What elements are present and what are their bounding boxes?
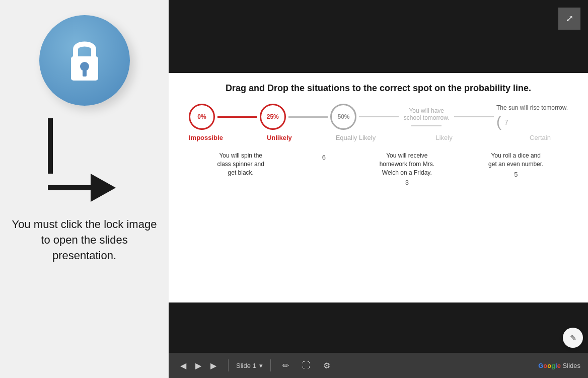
label-likely: Likely — [419, 134, 469, 141]
slide-dropdown[interactable]: ▾ — [259, 362, 263, 369]
next-button[interactable]: ▶ — [206, 358, 220, 373]
slide-top-black: ⤢ — [169, 0, 588, 73]
circle-0-value: 0% — [189, 104, 215, 130]
circle-50-value: 50% — [330, 104, 356, 130]
certain-situation-text: The sun will rise tomorrow. — [496, 104, 568, 111]
label-unlikely: Unlikely — [266, 134, 292, 141]
situation-2-text: You will receive homework from Mrs. Welc… — [379, 152, 434, 177]
number-7: 7 — [504, 118, 508, 126]
line-50-likely — [359, 116, 399, 117]
settings-button[interactable]: ⚙ — [319, 358, 334, 373]
google-slides-logo: Google Slides — [538, 362, 580, 369]
number-6: 6 — [322, 154, 326, 161]
likely-situation-text: You will have school tomorrow. — [401, 107, 452, 121]
circle-25: 25% — [260, 104, 286, 130]
label-impossible: Impossible — [189, 134, 223, 141]
pen-button[interactable]: ✏ — [278, 358, 293, 373]
prev-button[interactable]: ◀ — [176, 358, 190, 373]
slide-content: Drag and Drop the situations to the corr… — [169, 73, 588, 303]
slide-label: Slide 1 — [236, 362, 256, 369]
right-panel: ⤢ Drag and Drop the situations to the co… — [169, 0, 588, 378]
circle-0: 0% — [189, 104, 215, 130]
lock-icon — [62, 35, 107, 86]
situations-row: You will spin the class spinner and get … — [184, 152, 573, 186]
edit-fab-button[interactable]: ✎ — [563, 328, 583, 348]
certain-area: The sun will rise tomorrow. ( 7 — [496, 104, 568, 129]
expand-button[interactable]: ⤢ — [558, 8, 580, 30]
number-3: 3 — [405, 179, 409, 186]
situation-num-6: 6 — [322, 152, 326, 161]
likely-area: You will have school tomorrow. — [401, 107, 452, 126]
instruction-text: You must click the lock image to open th… — [0, 217, 169, 263]
situation-1: You will spin the class spinner and get … — [213, 152, 268, 177]
toolbar-right: Google Slides — [538, 362, 580, 369]
play-button[interactable]: ▶ — [191, 358, 205, 373]
toolbar-divider-2 — [270, 359, 271, 371]
left-panel: You must click the lock image to open th… — [0, 0, 169, 378]
situation-3: You roll a dice and get an even number. … — [488, 152, 544, 178]
line-0-25 — [217, 116, 257, 118]
lock-image[interactable] — [39, 15, 130, 106]
arrow-indicator — [48, 118, 116, 202]
probability-line: 0% 25% 50% You will have school tomorrow… — [184, 104, 573, 130]
circle-50: 50% — [330, 104, 356, 130]
line-likely-certain — [454, 116, 494, 117]
slide-title: Drag and Drop the situations to the corr… — [184, 83, 573, 94]
nav-buttons: ◀ ▶ ▶ — [176, 358, 220, 373]
fullscreen-button[interactable]: ⛶ — [298, 358, 314, 372]
toolbar-divider-1 — [228, 359, 229, 371]
line-25-50 — [288, 116, 328, 118]
circle-25-value: 25% — [260, 104, 286, 130]
label-certain: Certain — [512, 134, 568, 141]
situation-1-text: You will spin the class spinner and get … — [213, 152, 268, 177]
label-equally: Equally Likely — [336, 134, 376, 141]
toolbar: ◀ ▶ ▶ Slide 1 ▾ ✏ ⛶ ⚙ Google Slides — [169, 353, 588, 378]
situation-2: You will receive homework from Mrs. Welc… — [379, 152, 434, 186]
svg-rect-2 — [83, 69, 87, 77]
number-5: 5 — [514, 171, 518, 178]
labels-row: Impossible Unlikely Equally Likely Likel… — [184, 134, 573, 141]
bracket-symbol: ( — [496, 114, 501, 129]
situation-3-text: You roll a dice and get an even number. — [488, 152, 544, 169]
slide-bottom-black — [169, 303, 588, 353]
slide-indicator: Slide 1 ▾ — [236, 362, 263, 369]
